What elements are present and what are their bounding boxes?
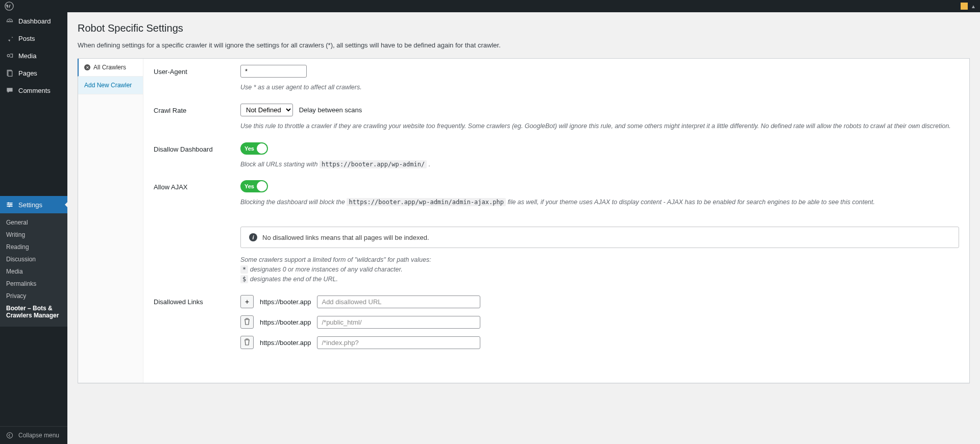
wildcards-hint: Some crawlers support a limited form of …	[240, 255, 959, 284]
sidebar-item-label: Posts	[18, 35, 35, 42]
disallow-dashboard-toggle[interactable]: Yes	[240, 142, 268, 155]
submenu-media[interactable]: Media	[0, 265, 67, 278]
page-description: When defining settings for a specific cr…	[78, 41, 970, 49]
notification-badge-icon[interactable]	[961, 3, 968, 10]
row-disallowed-links: Disallowed Links + https://booter.app	[154, 295, 959, 356]
submenu-general[interactable]: General	[0, 216, 67, 229]
tab-add-crawler[interactable]: Add New Crawler	[78, 77, 143, 94]
label-allow-ajax: Allow AJAX	[154, 180, 240, 191]
svg-rect-7	[8, 202, 9, 204]
submenu-discussion[interactable]: Discussion	[0, 253, 67, 265]
media-icon	[5, 51, 14, 60]
info-text: No disallowed links means that all pages…	[262, 234, 429, 241]
admin-sidebar: Dashboard Posts Media Pages Comments Set…	[0, 12, 67, 444]
collapse-menu-button[interactable]: Collapse menu	[0, 426, 67, 444]
label-user-agent: User-Agent	[154, 65, 240, 76]
dashboard-icon	[5, 16, 14, 26]
url-prefix: https://booter.app	[260, 339, 311, 347]
wordpress-logo-icon[interactable]	[4, 1, 14, 11]
crawl-rate-inline-label: Delay between scans	[299, 106, 362, 114]
row-crawl-rate: Crawl Rate Not Defined Delay between sca…	[154, 104, 959, 131]
delete-link-button[interactable]	[240, 315, 254, 329]
svg-point-10	[7, 432, 12, 438]
svg-rect-4	[7, 203, 12, 204]
disallowed-url-input[interactable]	[317, 295, 480, 308]
user-agent-hint: Use * as a user agent to affect all craw…	[240, 83, 959, 92]
crawl-rate-hint: Use this rule to throttle a crawler if t…	[240, 121, 959, 131]
submenu-booter[interactable]: Booter – Bots & Crawlers Manager	[0, 302, 67, 322]
tab-label: All Crawlers	[93, 64, 126, 71]
toggle-knob	[257, 181, 267, 191]
disallowed-link-row: https://booter.app	[240, 315, 959, 329]
sidebar-item-label: Comments	[18, 87, 51, 94]
svg-rect-8	[11, 204, 12, 205]
disallowed-link-row-add: + https://booter.app	[240, 295, 959, 308]
row-info-wildcards: i No disallowed links means that all pag…	[154, 218, 959, 284]
pages-icon	[5, 68, 14, 78]
settings-icon	[5, 200, 14, 209]
label-disallowed-links: Disallowed Links	[154, 295, 240, 306]
crawler-tabs: ✕ All Crawlers Add New Crawler	[78, 59, 143, 383]
add-link-button[interactable]: +	[240, 295, 254, 308]
allow-ajax-toggle[interactable]: Yes	[240, 180, 268, 192]
svg-rect-3	[8, 71, 12, 76]
page-title: Robot Specific Settings	[78, 22, 970, 34]
svg-rect-9	[9, 206, 10, 207]
disallowed-url-input[interactable]	[317, 336, 480, 349]
svg-point-1	[7, 55, 10, 57]
disallowed-link-row: https://booter.app	[240, 336, 959, 349]
collapse-icon	[5, 431, 14, 440]
sidebar-item-posts[interactable]: Posts	[0, 30, 67, 47]
toggle-text: Yes	[244, 145, 254, 152]
sidebar-item-label: Dashboard	[18, 17, 51, 25]
settings-submenu: General Writing Reading Discussion Media…	[0, 213, 67, 327]
label-disallow-dashboard: Disallow Dashboard	[154, 142, 240, 153]
dropdown-caret-icon[interactable]: ▲	[971, 4, 976, 9]
trash-icon	[244, 338, 250, 347]
sidebar-item-dashboard[interactable]: Dashboard	[0, 12, 67, 30]
pin-icon	[5, 34, 14, 43]
info-box: i No disallowed links means that all pag…	[240, 227, 959, 248]
tab-all-crawlers[interactable]: ✕ All Crawlers	[78, 59, 143, 77]
row-allow-ajax: Allow AJAX Yes Blocking the dashboard wi…	[154, 180, 959, 207]
svg-rect-5	[7, 204, 12, 205]
row-disallow-dashboard: Disallow Dashboard Yes Block all URLs st…	[154, 142, 959, 169]
toggle-text: Yes	[244, 183, 254, 189]
user-agent-input[interactable]	[240, 65, 307, 78]
submenu-privacy[interactable]: Privacy	[0, 290, 67, 302]
sidebar-item-media[interactable]: Media	[0, 47, 67, 64]
sidebar-item-label: Media	[18, 52, 36, 60]
sidebar-item-settings[interactable]: Settings	[0, 196, 67, 213]
sidebar-item-comments[interactable]: Comments	[0, 82, 67, 99]
url-prefix: https://booter.app	[260, 298, 311, 306]
sidebar-item-label: Settings	[18, 201, 42, 209]
tab-label: Add New Crawler	[84, 82, 132, 89]
disallow-dashboard-hint: Block all URLs starting with https://boo…	[240, 160, 959, 169]
submenu-reading[interactable]: Reading	[0, 241, 67, 253]
trash-icon	[244, 318, 250, 327]
crawl-rate-select[interactable]: Not Defined	[240, 104, 293, 116]
disallowed-url-input[interactable]	[317, 316, 480, 329]
sidebar-item-label: Pages	[18, 69, 37, 77]
main-content: Robot Specific Settings When defining se…	[67, 12, 980, 444]
toggle-knob	[257, 143, 267, 154]
info-icon: i	[249, 233, 257, 241]
comments-icon	[5, 86, 14, 95]
admin-toolbar: ▲	[0, 0, 980, 12]
collapse-label: Collapse menu	[18, 432, 59, 439]
settings-body: User-Agent Use * as a user agent to affe…	[143, 59, 969, 383]
delete-link-button[interactable]	[240, 336, 254, 349]
row-user-agent: User-Agent Use * as a user agent to affe…	[154, 65, 959, 92]
submenu-writing[interactable]: Writing	[0, 229, 67, 241]
submenu-permalinks[interactable]: Permalinks	[0, 278, 67, 290]
allow-ajax-hint: Blocking the dashboard will block the ht…	[240, 198, 959, 207]
url-prefix: https://booter.app	[260, 318, 311, 326]
plus-icon: +	[245, 298, 249, 306]
close-icon[interactable]: ✕	[84, 64, 90, 70]
sidebar-item-pages[interactable]: Pages	[0, 64, 67, 82]
label-crawl-rate: Crawl Rate	[154, 104, 240, 114]
